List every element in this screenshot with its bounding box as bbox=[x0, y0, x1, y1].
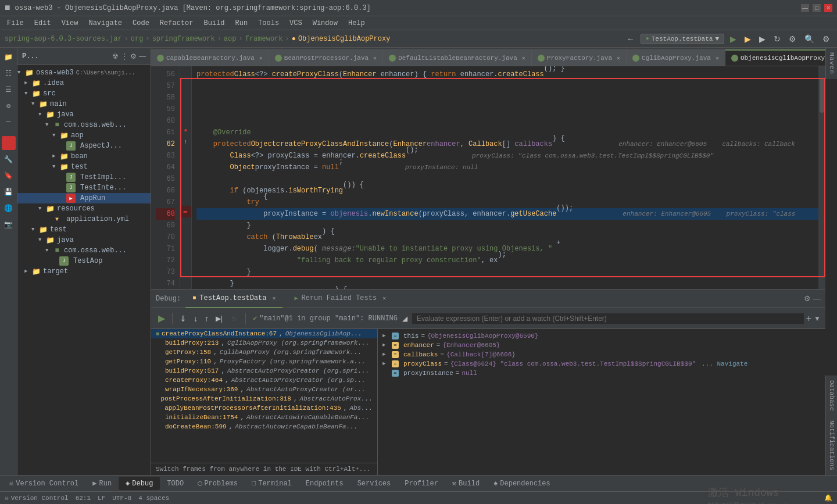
activity-minus[interactable]: — bbox=[2, 115, 16, 129]
tree-aspectj[interactable]: J AspectJ... bbox=[17, 141, 151, 151]
debug-button[interactable]: ▶ bbox=[742, 33, 753, 45]
menu-run[interactable]: Run bbox=[230, 18, 252, 28]
tree-test-package[interactable]: ▼ ■ com.ossa.web... bbox=[17, 245, 151, 256]
menu-navigate[interactable]: Navigate bbox=[84, 18, 127, 28]
tab-close-testaop[interactable]: ✕ bbox=[272, 295, 276, 302]
close-button[interactable]: ✕ bbox=[824, 4, 832, 12]
frame-item-9[interactable]: initializeBean:1754, AbstractAutowireCap… bbox=[151, 413, 377, 422]
minimize-button[interactable]: — bbox=[801, 4, 809, 12]
status-position[interactable]: 62:1 bbox=[76, 495, 91, 502]
frame-item-3[interactable]: getProxy:110, ProxyFactory (org.springfr… bbox=[151, 357, 377, 366]
tree-test-src[interactable]: ▼ 📁 test bbox=[17, 162, 151, 172]
var-proxyinstance[interactable]: = proxyInstance = null bbox=[378, 369, 825, 378]
debug-step-into-btn[interactable]: ↓ bbox=[191, 313, 200, 324]
tree-apprun[interactable]: ▶ AppRun bbox=[17, 193, 151, 203]
bottom-tab-dependencies[interactable]: ♠ Dependencies bbox=[487, 477, 557, 490]
menu-vcs[interactable]: VCS bbox=[285, 18, 307, 28]
debug-tab-testaop[interactable]: ■ TestAop.testData ✕ bbox=[185, 289, 282, 308]
frame-item-1[interactable]: buildProxy:213, CglibAopProxy (org.sprin… bbox=[151, 338, 377, 348]
bottom-tab-todo[interactable]: TODO bbox=[160, 477, 191, 490]
frame-item-0[interactable]: ■ createProxyClassAndInstance:67, Objene… bbox=[151, 329, 377, 338]
menu-window[interactable]: Window bbox=[308, 18, 342, 28]
bottom-tab-terminal[interactable]: □ Terminal bbox=[245, 477, 299, 490]
breadcrumb-jar[interactable]: spring-aop-6.0.3-sources.jar bbox=[5, 35, 122, 43]
frame-item-2[interactable]: getProxy:158, CglibAopProxy (org.springf… bbox=[151, 348, 377, 357]
tab-beanpostprocessor[interactable]: BeanPostProcessor.java ✕ bbox=[269, 49, 383, 66]
breadcrumb-framework[interactable]: framework bbox=[245, 35, 283, 43]
activity-db[interactable]: 💾 bbox=[2, 185, 16, 199]
status-indent[interactable]: 4 spaces bbox=[138, 495, 169, 502]
maximize-button[interactable]: □ bbox=[813, 4, 821, 12]
project-close-btn[interactable]: — bbox=[139, 52, 146, 60]
project-gear-btn[interactable]: ⚙ bbox=[130, 52, 137, 60]
frame-item-10[interactable]: doCreateBean:599, AbstractAutowireCapabl… bbox=[151, 422, 377, 431]
thread-filter-btn[interactable]: ◢ bbox=[400, 313, 410, 324]
bottom-tab-endpoints[interactable]: Endpoints bbox=[299, 477, 350, 490]
bottom-tab-profiler[interactable]: Profiler bbox=[398, 477, 445, 490]
tree-root[interactable]: ▼ 📁 ossa-web3 C:\Users\sunji... bbox=[17, 67, 151, 78]
var-this[interactable]: ► = this = {ObjenesisCglibAopProxy@6590} bbox=[378, 331, 825, 341]
tree-aop[interactable]: ▼ 📁 aop bbox=[17, 130, 151, 141]
tab-close-defaultlistable[interactable]: ✕ bbox=[522, 55, 525, 62]
frame-item-8[interactable]: applyBeanPostProcessorsAfterInitializati… bbox=[151, 403, 377, 413]
tree-java-main[interactable]: ▼ 📁 java bbox=[17, 109, 151, 120]
status-encoding[interactable]: UTF-8 bbox=[112, 495, 131, 502]
tree-java-test[interactable]: ▼ 📁 java bbox=[17, 235, 151, 245]
eval-expression-input[interactable] bbox=[412, 313, 804, 324]
coverage-button[interactable]: ▶ bbox=[757, 33, 768, 45]
debug-step-out-btn[interactable]: ↑ bbox=[202, 313, 211, 324]
tree-test-dir[interactable]: ▼ 📁 test bbox=[17, 224, 151, 235]
debug-step-over-btn[interactable]: ⇓ bbox=[177, 313, 189, 324]
tree-testinte[interactable]: J TestInte... bbox=[17, 183, 151, 193]
notifications-label[interactable]: Notifications bbox=[826, 416, 838, 475]
menu-code[interactable]: Code bbox=[128, 18, 154, 28]
var-enhancer[interactable]: ► = enhancer = {Enhancer@6605} bbox=[378, 341, 825, 350]
bottom-tab-vcs[interactable]: ☠ Version Control bbox=[2, 477, 85, 490]
menu-tools[interactable]: Tools bbox=[253, 18, 284, 28]
breadcrumb-springframework[interactable]: springframework bbox=[152, 35, 215, 43]
status-vcs[interactable]: ☠ Version Control bbox=[5, 494, 69, 502]
tab-close-cglib[interactable]: ✕ bbox=[716, 55, 719, 62]
search-button[interactable]: 🔍 bbox=[802, 33, 817, 45]
menu-view[interactable]: View bbox=[57, 18, 83, 28]
tab-close-capablebean[interactable]: ✕ bbox=[259, 55, 263, 62]
frame-item-6[interactable]: wrapIfNecessary:369, AbstractAutoProxyCr… bbox=[151, 385, 377, 394]
bottom-tab-services[interactable]: Services bbox=[350, 477, 398, 490]
code-content[interactable]: protected Class<?> createProxyClass(Enha… bbox=[192, 66, 818, 289]
database-label[interactable]: Database bbox=[826, 376, 838, 416]
activity-wrench[interactable]: 🔧 bbox=[2, 152, 16, 166]
gear-button[interactable]: ⚙ bbox=[820, 33, 832, 45]
tree-src[interactable]: ▼ 📁 src bbox=[17, 88, 151, 99]
back-nav-button[interactable]: ← bbox=[624, 33, 637, 45]
debug-minimize-btn[interactable]: — bbox=[813, 294, 821, 303]
settings-button[interactable]: ⚙ bbox=[786, 33, 799, 45]
tree-bean[interactable]: ► 📁 bean bbox=[17, 151, 151, 162]
code-editor[interactable]: 56 57 58 59 60 61 62 63 64 65 66 67 68 6… bbox=[151, 66, 825, 289]
tree-testimpl[interactable]: J TestImpl... bbox=[17, 172, 151, 183]
frame-item-4[interactable]: buildProxy:517, AbstractAutoProxyCreator… bbox=[151, 366, 377, 376]
bottom-tab-problems[interactable]: ◯ Problems bbox=[191, 477, 245, 490]
breadcrumb-aop[interactable]: aop bbox=[224, 35, 237, 43]
activity-grid[interactable]: ☷ bbox=[2, 66, 16, 80]
var-callbacks[interactable]: ► = callbacks = {Callback[7]@6606} bbox=[378, 350, 825, 359]
tab-close-rerun[interactable]: ✕ bbox=[382, 295, 386, 302]
tree-appyml[interactable]: ▼ application.yml bbox=[17, 214, 151, 224]
editor-scrollbar[interactable] bbox=[818, 66, 825, 289]
tab-cglibaopproxy[interactable]: CglibAopProxy.java ✕ bbox=[627, 49, 725, 66]
menu-refactor[interactable]: Refactor bbox=[155, 18, 198, 28]
debug-run-cursor-btn[interactable]: ▶| bbox=[213, 313, 225, 324]
activity-gear[interactable]: ⚙ bbox=[2, 99, 16, 113]
bottom-tab-run[interactable]: ▶ Run bbox=[85, 477, 119, 490]
tab-defaultlistable[interactable]: DefaultListableBeanFactory.java ✕ bbox=[383, 49, 532, 66]
refresh-button[interactable]: ↻ bbox=[771, 33, 783, 45]
activity-bookmark[interactable]: 🔖 bbox=[2, 169, 16, 183]
frame-item-7[interactable]: postProcessAfterInitialization:318, Abst… bbox=[151, 394, 377, 403]
activity-project[interactable]: 📁 bbox=[2, 50, 16, 64]
menu-file[interactable]: File bbox=[2, 18, 28, 28]
add-watch-btn[interactable]: + bbox=[806, 313, 811, 324]
tree-main[interactable]: ▼ 📁 main bbox=[17, 99, 151, 109]
project-expand-btn[interactable]: ⋮ bbox=[121, 52, 128, 60]
tab-close-beanpost[interactable]: ✕ bbox=[373, 55, 377, 62]
breadcrumb-class[interactable]: ObjenesisCglibAopProxy bbox=[298, 35, 390, 43]
activity-debug-run[interactable]: ▶ bbox=[2, 136, 16, 150]
